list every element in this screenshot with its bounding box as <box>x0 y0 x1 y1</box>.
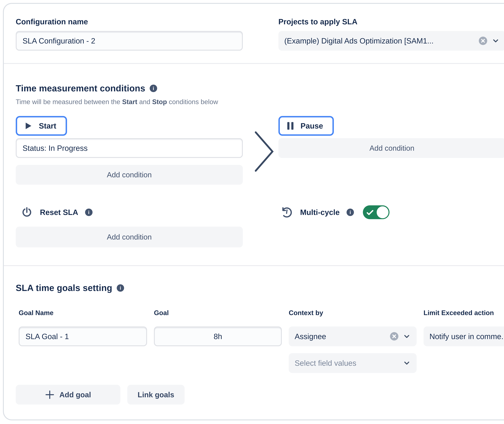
section-divider <box>3 63 504 64</box>
context-by-header: Context by <box>289 309 417 317</box>
goal-name-header: Goal Name <box>19 309 147 317</box>
start-condition-button[interactable]: Start <box>16 116 67 136</box>
projects-select[interactable]: (Example) Digital Ads Optimization [SAM1… <box>278 31 504 51</box>
clear-icon[interactable] <box>479 37 487 45</box>
projects-label: Projects to apply SLA <box>278 17 504 26</box>
flow-arrow-icon <box>253 130 275 173</box>
context-by-value: Assignee <box>295 332 386 341</box>
pause-condition-button[interactable]: Pause <box>278 116 334 136</box>
chevron-down-icon[interactable] <box>403 332 411 340</box>
limit-exceeded-header: Limit Exceeded action <box>424 309 504 317</box>
info-icon[interactable]: i <box>85 209 92 216</box>
field-values-placeholder: Select field values <box>295 359 399 368</box>
goals-table-header: Goal Name Goal Context by Limit Exceeded… <box>19 309 504 317</box>
play-icon <box>24 121 32 130</box>
toggle-knob <box>377 206 389 218</box>
multicycle-history-icon <box>280 206 293 219</box>
time-conditions-title: Time measurement conditions <box>16 83 145 94</box>
field-values-row: Select field values <box>19 353 504 373</box>
reset-multicycle-row: Reset SLA i Add condition Multi-cycle i <box>16 204 504 247</box>
pause-label: Pause <box>301 121 323 130</box>
goals-heading: SLA time goals setting i <box>16 283 504 293</box>
chevron-down-icon[interactable] <box>403 359 411 367</box>
power-icon <box>21 206 33 219</box>
multicycle-label: Multi-cycle <box>300 208 340 217</box>
time-conditions-subtitle: Time will be measured between the Start … <box>16 98 504 106</box>
goal-name-input[interactable] <box>19 326 147 346</box>
goal-row: Assignee Notify user in comme... <box>19 326 504 346</box>
section-divider <box>3 265 504 266</box>
info-icon[interactable]: i <box>347 209 354 216</box>
add-goal-label: Add goal <box>59 390 91 399</box>
goal-header: Goal <box>154 309 282 317</box>
goals-title: SLA time goals setting <box>16 283 112 293</box>
limit-exceeded-select[interactable]: Notify user in comme... <box>424 326 504 346</box>
multicycle-toggle[interactable] <box>363 205 389 219</box>
goals-footer: Add goal Link goals <box>16 385 504 405</box>
link-goals-button[interactable]: Link goals <box>127 385 184 405</box>
limit-exceeded-value: Notify user in comme... <box>429 332 504 341</box>
reset-sla-label: Reset SLA <box>40 208 78 217</box>
sla-configuration-card: Configuration name Projects to apply SLA… <box>3 3 504 420</box>
pause-icon <box>287 121 294 130</box>
info-icon[interactable]: i <box>117 284 124 292</box>
goal-duration-input[interactable] <box>154 326 282 346</box>
time-conditions-heading: Time measurement conditions i <box>16 83 504 94</box>
reset-add-condition-button[interactable]: Add condition <box>16 227 243 247</box>
info-icon[interactable]: i <box>150 85 157 92</box>
top-fields-row: Configuration name Projects to apply SLA… <box>16 4 504 51</box>
chevron-down-icon[interactable] <box>492 37 500 45</box>
pause-add-condition-button[interactable]: Add condition <box>278 138 504 158</box>
configuration-name-input[interactable] <box>16 31 243 51</box>
check-icon <box>366 209 374 216</box>
start-condition-value[interactable]: Status: In Progress <box>16 138 243 158</box>
add-goal-button[interactable]: Add goal <box>16 385 120 405</box>
clear-icon[interactable] <box>390 332 398 341</box>
sla-configuration-page: Configuration name Projects to apply SLA… <box>0 0 504 424</box>
context-by-select[interactable]: Assignee <box>289 326 417 346</box>
start-add-condition-button[interactable]: Add condition <box>16 165 243 185</box>
start-label: Start <box>39 121 56 130</box>
projects-select-value: (Example) Digital Ads Optimization [SAM1… <box>284 36 475 45</box>
conditions-flow: Start Status: In Progress Add condition … <box>16 116 504 185</box>
configuration-name-label: Configuration name <box>16 17 243 26</box>
plus-icon <box>45 390 55 399</box>
field-values-select[interactable]: Select field values <box>289 353 417 373</box>
link-goals-label: Link goals <box>138 390 174 399</box>
